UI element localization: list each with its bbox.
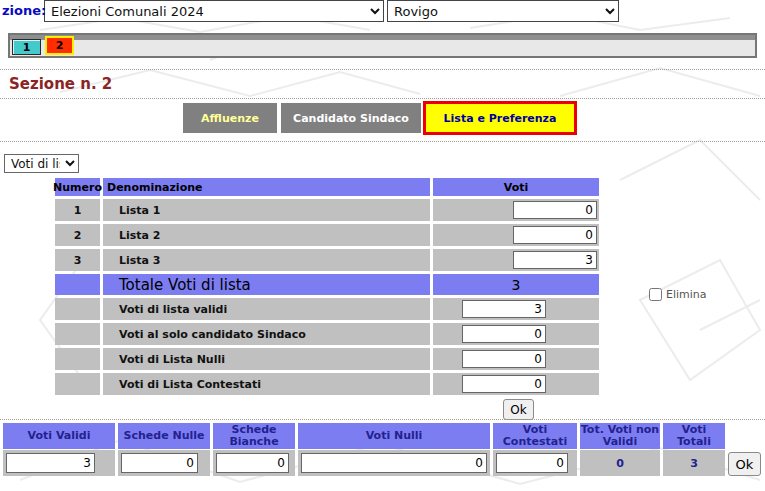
- lista1-voti-input[interactable]: [513, 201, 597, 219]
- totale-label: Totale Voti di lista: [103, 274, 430, 295]
- summary-label: Voti di lista validi: [103, 298, 430, 320]
- voti-contestati-input[interactable]: [496, 453, 568, 473]
- summary-spacer: [55, 348, 100, 370]
- separator: [0, 98, 765, 99]
- separator: [0, 141, 765, 142]
- lista-e-preferenza-button-selected[interactable]: Lista e Preferenza: [423, 101, 577, 135]
- election-select[interactable]: Elezioni Comunali 2024: [44, 0, 384, 22]
- elimina-checkbox[interactable]: [649, 288, 662, 301]
- header-schede-nulle: Schede Nulle: [118, 423, 210, 449]
- schede-nulle-input[interactable]: [121, 453, 198, 473]
- row-denominazione: Lista 2: [103, 224, 430, 246]
- row-numero: 2: [55, 224, 100, 246]
- section-tab-1[interactable]: 1: [12, 39, 41, 55]
- voti-lista-validi-input[interactable]: [462, 300, 546, 318]
- voti-lista-nulli-input[interactable]: [462, 350, 546, 368]
- section-tab-2-selected[interactable]: 2: [45, 36, 74, 55]
- header-numero: Numero: [55, 178, 100, 196]
- schede-bianche-input[interactable]: [216, 453, 289, 473]
- table-row: 3 Lista 3: [55, 249, 602, 271]
- summary-label: Voti di Lista Nulli: [103, 348, 430, 370]
- voti-lista-contestati-input[interactable]: [462, 375, 546, 393]
- page-title: Sezione n. 2: [9, 75, 112, 93]
- row-denominazione: Lista 1: [103, 199, 430, 221]
- candidato-sindaco-button[interactable]: Candidato Sindaco: [281, 103, 421, 133]
- vote-type-select[interactable]: Voti di lista: [4, 154, 79, 173]
- voti-nulli-input[interactable]: [301, 453, 487, 473]
- section-tab-strip: 1 2: [8, 33, 757, 58]
- summary-row: Voti di lista validi: [55, 298, 602, 320]
- voti-totali-value: 3: [663, 450, 725, 476]
- lista-ok-button[interactable]: Ok: [503, 399, 534, 420]
- election-label: zione:: [2, 3, 46, 18]
- separator: [0, 419, 765, 420]
- lista2-voti-input[interactable]: [513, 226, 597, 244]
- header-denominazione: Denominazione: [103, 178, 430, 196]
- totale-value: 3: [433, 274, 599, 295]
- summary-row: Voti di Lista Nulli: [55, 348, 602, 370]
- row-denominazione: Lista 3: [103, 249, 430, 271]
- lista3-voti-input[interactable]: [513, 251, 597, 269]
- totale-row: Totale Voti di lista 3: [55, 274, 602, 295]
- table-row: 1 Lista 1: [55, 199, 602, 221]
- elimina-label: Elimina: [666, 288, 707, 301]
- summary-spacer: [55, 298, 100, 320]
- tot-voti-non-validi-value: 0: [580, 450, 660, 476]
- totale-spacer: [55, 274, 100, 295]
- totals-ok-button[interactable]: Ok: [728, 452, 761, 476]
- summary-spacer: [55, 373, 100, 395]
- summary-spacer: [55, 323, 100, 345]
- header-tot-voti-non-validi: Tot. Voti non Validi: [580, 423, 660, 449]
- summary-label: Voti di Lista Contestati: [103, 373, 430, 395]
- header-voti: Voti: [433, 178, 599, 196]
- lista-votes-table: Numero Denominazione Voti 1 Lista 1 2 Li…: [55, 178, 602, 422]
- separator: [0, 69, 765, 70]
- summary-row: Voti al solo candidato Sindaco: [55, 323, 602, 345]
- header-voti-validi: Voti Validi: [3, 423, 115, 449]
- row-numero: 1: [55, 199, 100, 221]
- table-row: 2 Lista 2: [55, 224, 602, 246]
- table-header-row: Numero Denominazione Voti: [55, 178, 602, 196]
- header-voti-nulli: Voti Nulli: [298, 423, 490, 449]
- summary-row: Voti di Lista Contestati: [55, 373, 602, 395]
- totals-header-row: Voti Validi Schede Nulle Schede Bianche …: [3, 423, 725, 450]
- header-voti-contestati: Voti Contestati: [493, 423, 577, 449]
- header-schede-bianche: Schede Bianche: [213, 423, 295, 449]
- affluenze-button[interactable]: Affluenze: [183, 103, 277, 133]
- voti-validi-input[interactable]: [6, 453, 95, 473]
- voti-solo-sindaco-input[interactable]: [462, 325, 546, 343]
- totals-table: Voti Validi Schede Nulle Schede Bianche …: [3, 423, 725, 476]
- totals-value-row: 0 3: [3, 450, 725, 476]
- page: zione: Elezioni Comunali 2024 Rovigo 1 2…: [0, 0, 765, 491]
- elimina-control: Elimina: [649, 288, 707, 301]
- row-numero: 3: [55, 249, 100, 271]
- municipality-select[interactable]: Rovigo: [387, 0, 619, 22]
- summary-label: Voti al solo candidato Sindaco: [103, 323, 430, 345]
- header-voti-totali: Voti Totali: [663, 423, 725, 449]
- tab-strip-shade: [10, 35, 755, 40]
